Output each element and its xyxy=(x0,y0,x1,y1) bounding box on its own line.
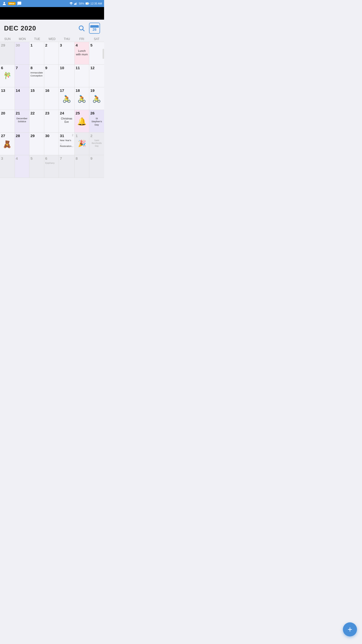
signal-icon xyxy=(74,2,78,5)
date-number: 2 xyxy=(90,134,92,138)
cell-dec-11[interactable]: 11 xyxy=(75,65,89,87)
date-number: 7 xyxy=(16,66,18,70)
date-number: 19 xyxy=(90,88,95,93)
day-header-tue: TUE xyxy=(30,37,44,41)
date-number: 3 xyxy=(1,156,3,161)
today-button[interactable]: 26 xyxy=(89,23,100,34)
cell-dec-3[interactable]: 3 xyxy=(59,42,75,65)
profile-icon xyxy=(2,1,7,6)
cell-dec-6[interactable]: 6 🎋 xyxy=(0,65,15,87)
cell-nov-29[interactable]: 29 xyxy=(0,42,15,65)
date-number: 29 xyxy=(1,43,5,48)
cell-dec-12[interactable]: 12 xyxy=(89,65,104,87)
cell-dec-24[interactable]: 24 Christmas Eve xyxy=(59,110,75,133)
search-button[interactable] xyxy=(77,24,86,33)
date-number: 30 xyxy=(45,134,50,138)
cell-dec-1[interactable]: 1 xyxy=(29,42,44,65)
cell-dec-30[interactable]: 30 xyxy=(44,133,59,155)
day-header-mon: MON xyxy=(15,37,30,41)
cell-dec-21[interactable]: 21 December Solstice xyxy=(15,110,30,133)
emoji-bells: 🔔 xyxy=(76,117,88,126)
cell-dec-19[interactable]: 19 🚴 xyxy=(89,87,104,110)
emoji-bear: 🧸 xyxy=(1,140,14,148)
day-header-sun: SUN xyxy=(0,37,15,41)
svg-rect-2 xyxy=(75,3,75,5)
svg-rect-3 xyxy=(76,3,76,5)
cell-dec-27[interactable]: 27 🧸 xyxy=(0,133,15,155)
cell-dec-14[interactable]: 14 xyxy=(15,87,30,110)
cell-jan-8[interactable]: 8 xyxy=(75,155,89,178)
cell-dec-22[interactable]: 22 xyxy=(29,110,44,133)
calendar-grid: 29 30 1 2 3 4 Lunchwith mum 5 6 🎋 7 8 Im… xyxy=(0,42,104,178)
date-number: 8 xyxy=(30,66,32,70)
date-number: 17 xyxy=(60,88,64,93)
cell-dec-15[interactable]: 15 xyxy=(29,87,44,110)
cell-jan-4[interactable]: 4 xyxy=(15,155,30,178)
emoji-cycling-19: 🚴 xyxy=(90,95,103,103)
date-number: 13 xyxy=(1,88,5,93)
emoji-cycling-17: 🚴 xyxy=(60,95,73,103)
date-number: 14 xyxy=(16,88,20,93)
date-number: 20 xyxy=(1,111,5,115)
cell-dec-17[interactable]: 17 🚴 xyxy=(59,87,75,110)
cell-dec-2[interactable]: 2 xyxy=(44,42,59,65)
cell-nov-30[interactable]: 30 xyxy=(15,42,30,65)
cell-jan-9[interactable]: 9 xyxy=(89,155,104,178)
cell-dec-29[interactable]: 29 xyxy=(29,133,44,155)
cell-dec-23[interactable]: 23 xyxy=(44,110,59,133)
cell-dec-9[interactable]: 9 xyxy=(44,65,59,87)
svg-point-9 xyxy=(79,26,83,30)
emoji-bamboo: 🎋 xyxy=(1,72,14,79)
date-number: 22 xyxy=(30,111,35,115)
black-banner xyxy=(0,7,104,20)
status-right-info: 58% ⚡ 12:35 AM xyxy=(69,2,102,5)
svg-line-10 xyxy=(83,29,84,31)
event-immaculate-conception: Immaculate Conception xyxy=(30,71,43,77)
status-left-icons: Wear xyxy=(2,1,22,6)
calendar-header: DEC 2020 26 xyxy=(0,20,104,36)
date-number: 5 xyxy=(30,156,32,161)
date-number: 8 xyxy=(76,156,78,161)
cell-dec-7[interactable]: 7 xyxy=(15,65,30,87)
overflow-indicator: 2 xyxy=(72,134,73,139)
status-bar: Wear 58% ⚡ 12:35 AM xyxy=(0,0,104,7)
date-number: 6 xyxy=(1,66,3,70)
date-number: 4 xyxy=(16,156,18,161)
wear-badge: Wear xyxy=(8,2,16,5)
date-number: 11 xyxy=(76,66,80,70)
cell-dec-28[interactable]: 28 xyxy=(15,133,30,155)
event-christmas-eve: Christmas Eve xyxy=(60,117,73,124)
cell-dec-4[interactable]: 4 Lunchwith mum xyxy=(75,42,89,65)
cell-dec-31[interactable]: 31 2 New Year's ... Restoration... xyxy=(59,133,75,155)
cell-dec-13[interactable]: 13 xyxy=(0,87,15,110)
cell-jan-1[interactable]: 1 🎉 xyxy=(75,133,89,155)
cell-jan-3[interactable]: 3 xyxy=(0,155,15,178)
date-number: 31 xyxy=(60,134,64,138)
svg-text:⚡: ⚡ xyxy=(86,3,88,5)
cell-jan-7[interactable]: 7 xyxy=(59,155,75,178)
cell-jan-5[interactable]: 5 xyxy=(29,155,44,178)
cell-dec-20[interactable]: 20 xyxy=(0,110,15,133)
cell-dec-10[interactable]: 10 xyxy=(59,65,75,87)
calendar-title: DEC 2020 xyxy=(4,24,36,32)
date-number: 27 xyxy=(1,134,5,138)
date-number: 6 xyxy=(45,156,47,161)
date-number: 25 xyxy=(76,111,80,115)
cell-jan-6[interactable]: 6 Epiphany xyxy=(44,155,59,178)
cell-dec-16[interactable]: 16 xyxy=(44,87,59,110)
cell-dec-5[interactable]: 5 xyxy=(89,42,104,65)
event-lunch-with-mum: Lunchwith mum xyxy=(76,49,88,56)
event-restoration: Restoration... xyxy=(60,145,73,148)
cell-dec-8[interactable]: 8 Immaculate Conception xyxy=(29,65,44,87)
cell-dec-18[interactable]: 18 🚴 xyxy=(75,87,89,110)
cell-jan-2[interactable]: 2 Saint Berchtolds Day xyxy=(89,133,104,155)
event-epiphany: Epiphany xyxy=(45,162,58,165)
cell-dec-25[interactable]: 25 🔔 xyxy=(75,110,89,133)
date-number: 16 xyxy=(45,88,50,93)
svg-rect-7 xyxy=(88,3,89,4)
cell-dec-26[interactable]: 26 St Stephen's Day xyxy=(89,110,104,133)
svg-rect-4 xyxy=(76,2,77,5)
day-headers-row: SUN MON TUE WED THU FRI SAT xyxy=(0,36,104,42)
date-number: 2 xyxy=(45,43,47,48)
battery-text: 58% xyxy=(79,2,84,5)
